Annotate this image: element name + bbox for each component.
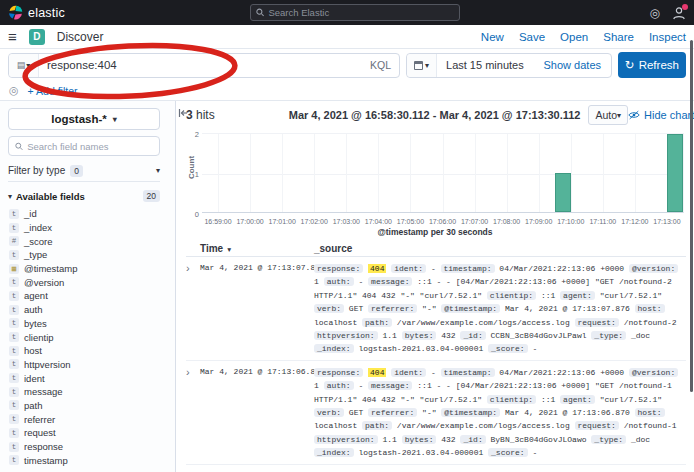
expand-doc-icon[interactable]: › [186, 262, 200, 356]
source-field-badge: _score: [488, 344, 528, 353]
x-tick-label: 17:00:00 [236, 218, 263, 225]
chevron-down-icon: ▾ [156, 166, 160, 175]
x-tick-label: 17:12:00 [621, 218, 648, 225]
field-name: response [24, 441, 63, 452]
time-range-button[interactable]: Last 15 minutes [437, 59, 533, 71]
nav-action-new[interactable]: New [481, 31, 504, 43]
content-area: logstash-* ▾ Filter by type 0 ▾ ▾ Availa… [0, 100, 694, 472]
discover-app-badge[interactable]: D [29, 29, 45, 45]
x-tick-label: 17:05:00 [397, 218, 424, 225]
histogram-chart: Count 01216:59:0017:00:0017:01:0017:02:0… [184, 131, 686, 237]
highlighted-value: 404 [368, 264, 386, 273]
nav-action-inspect[interactable]: Inspect [649, 31, 686, 43]
nav-action-share[interactable]: Share [603, 31, 634, 43]
source-field-badge: _score: [488, 448, 528, 457]
field-name: @timestamp [24, 263, 77, 274]
field-type-icon: t [9, 318, 19, 328]
histogram-bar[interactable] [555, 173, 571, 212]
v-gridline [378, 134, 379, 212]
calendar-icon [414, 61, 423, 70]
source-field-badge: @timestamp: [441, 408, 500, 417]
nav-action-save[interactable]: Save [519, 31, 545, 43]
filter-settings-icon[interactable]: ◎ [9, 85, 19, 96]
field-list-item[interactable]: thost [9, 344, 175, 358]
field-list-item[interactable]: #_score [9, 234, 175, 248]
query-language-button[interactable]: KQL [362, 59, 399, 71]
filter-by-type-toggle[interactable]: Filter by type 0 ▾ [8, 162, 160, 182]
time-range-display: Mar 4, 2021 @ 16:58:30.112 - Mar 4, 2021… [289, 109, 581, 121]
nav-action-open[interactable]: Open [560, 31, 588, 43]
saved-query-menu-button[interactable]: ▤▾ [9, 54, 39, 77]
field-list-item[interactable]: t@version [9, 275, 175, 289]
x-tick-label: 17:06:00 [429, 218, 456, 225]
user-avatar[interactable] [672, 6, 686, 20]
available-fields-header[interactable]: ▾ Available fields 20 [8, 190, 160, 202]
field-type-icon: t [9, 346, 19, 356]
time-column-header[interactable]: Time ▼ [186, 243, 314, 254]
field-type-icon: t [9, 277, 19, 287]
field-list-item[interactable]: tresponse [9, 440, 175, 454]
field-list-item[interactable]: t_type [9, 248, 175, 262]
app-navbar: ≡ D Discover NewSaveOpenShareInspect [0, 25, 694, 49]
global-search[interactable] [250, 4, 460, 21]
source-field-badge: clientip: [487, 291, 536, 300]
field-list-item[interactable]: t_id [9, 207, 175, 221]
field-type-icon: t [9, 387, 19, 397]
x-tick-label: 17:03:00 [333, 218, 360, 225]
field-list-item[interactable]: t_index [9, 221, 175, 235]
refresh-label: Refresh [639, 59, 679, 71]
field-list-item[interactable]: ttimestamp [9, 453, 175, 467]
field-search[interactable] [8, 136, 160, 156]
source-field-badge: response: [314, 264, 363, 273]
add-filter-button[interactable]: + Add filter [28, 85, 78, 97]
field-list-item[interactable]: tbytes [9, 317, 175, 331]
field-type-icon: t [9, 305, 19, 315]
field-list-item[interactable]: ▦@timestamp [9, 262, 175, 276]
y-tick-label: 1 [185, 170, 199, 179]
field-name: bytes [24, 318, 47, 329]
v-gridline [410, 134, 411, 212]
field-search-input[interactable] [27, 141, 153, 152]
y-tick-label: 2 [185, 130, 199, 139]
field-list-item[interactable]: tmessage [9, 385, 175, 399]
source-field-badge: request: [575, 318, 619, 327]
field-type-icon: t [9, 291, 19, 301]
hits-label: hits [196, 108, 215, 122]
field-list-item[interactable]: thttpversion [9, 358, 175, 372]
elastic-logo[interactable]: elastic [8, 5, 65, 20]
index-pattern-selector[interactable]: logstash-* ▾ [8, 108, 160, 130]
calendar-menu-button[interactable]: ▾ [407, 54, 437, 77]
global-search-input[interactable] [268, 7, 454, 18]
expand-doc-icon[interactable]: › [186, 366, 200, 460]
chart-plot: 01216:59:0017:00:0017:01:0017:02:0017:03… [202, 133, 684, 213]
hide-chart-button[interactable]: Hide chart [628, 109, 694, 121]
v-gridline [282, 134, 283, 212]
refresh-button[interactable]: ↻Refresh [618, 52, 686, 78]
field-list-item[interactable]: tident [9, 371, 175, 385]
page-title: Discover [57, 30, 104, 44]
field-list-item[interactable]: treferrer [9, 412, 175, 426]
histogram-bar[interactable] [667, 134, 683, 212]
page-scrollbar[interactable] [690, 40, 693, 392]
chevron-down-icon: ▾ [425, 61, 429, 70]
field-list-item[interactable]: trequest [9, 426, 175, 440]
field-list-item[interactable]: tpath [9, 399, 175, 413]
field-name: @version [24, 277, 64, 288]
interval-select[interactable]: Auto▾ [588, 105, 628, 125]
v-gridline [635, 134, 636, 212]
v-gridline [475, 134, 476, 212]
show-dates-button[interactable]: Show dates [544, 59, 611, 71]
field-list-item[interactable]: tagent [9, 289, 175, 303]
collapse-sidebar-button[interactable] [178, 104, 188, 122]
help-icon[interactable]: ◎ [650, 7, 660, 19]
source-field-badge: host: [635, 408, 665, 417]
field-list-item[interactable]: tauth [9, 303, 175, 317]
source-field-badge: auth: [324, 381, 354, 390]
chevron-down-icon: ▾ [113, 115, 117, 124]
source-field-badge: bytes: [402, 331, 437, 340]
field-list-item[interactable]: tclientip [9, 330, 175, 344]
menu-icon[interactable]: ≡ [8, 29, 17, 44]
query-input[interactable] [39, 59, 362, 71]
source-field-badge: _index: [314, 448, 354, 457]
v-gridline [218, 134, 219, 212]
